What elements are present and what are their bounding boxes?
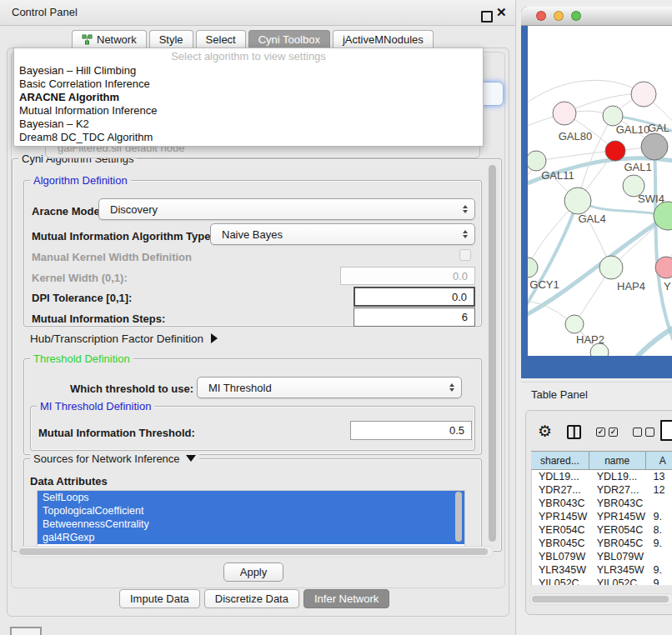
combo-arrows-icon — [463, 230, 468, 238]
gear-icon[interactable]: ⚙ — [538, 424, 552, 439]
settings-horizontal-scrollbar-track[interactable] — [17, 546, 494, 558]
algorithm-option-mutual-information-inference[interactable]: Mutual Information Inference — [14, 104, 483, 118]
manual-kernel-checkbox[interactable] — [459, 249, 471, 261]
attribute-item-betweennesscentrality[interactable]: BetweennessCentrality — [38, 518, 464, 531]
table-cell: YIL052C — [532, 578, 590, 585]
algorithm-option-bayesian-hill-climbing[interactable]: Bayesian – Hill Climbing — [14, 64, 483, 78]
network-node-gal1[interactable] — [605, 141, 625, 161]
node-label-gal: GAL — [648, 122, 669, 134]
network-node-gal4[interactable] — [564, 188, 591, 214]
tab-network[interactable]: Network — [72, 30, 147, 48]
column-header-name[interactable]: name — [589, 452, 646, 469]
bottom-tab-discretize-data[interactable]: Discretize Data — [204, 589, 299, 608]
table-row[interactable]: YBL079WYBL079W — [532, 550, 672, 563]
table-row[interactable]: YER054CYER054C8. — [532, 523, 672, 537]
attribute-item-selfloops[interactable]: SelfLoops — [38, 491, 464, 504]
control-panel-title: Control Panel — [12, 6, 78, 18]
network-canvas[interactable]: GALGAL80GAL10GAL1GAL11SWI4GAL4GCY1HAP4YH… — [528, 26, 672, 356]
attributes-list-scrollbar[interactable] — [455, 492, 462, 542]
split-columns-icon[interactable] — [567, 425, 581, 439]
mi-steps-input[interactable]: 6 — [354, 308, 475, 327]
network-node-hap2[interactable] — [565, 315, 584, 333]
aracne-mode-label: Aracne Mode: — [32, 205, 103, 218]
network-edge[interactable] — [528, 80, 644, 106]
table-row[interactable]: YLR345WYLR345W9. — [532, 563, 672, 577]
table-cell: YER054C — [590, 524, 647, 536]
sources-group-title[interactable]: Sources for Network Inference — [30, 452, 199, 465]
algorithm-combo-focus-fragment[interactable] — [482, 82, 504, 106]
network-node-hap4[interactable] — [599, 256, 623, 279]
algorithm-option-bayesian-k2[interactable]: Bayesian – K2 — [14, 118, 483, 131]
tab-jactivemnodules[interactable]: jActiveMNodules — [333, 30, 434, 48]
kernel-width-label: Kernel Width (0,1): — [32, 272, 128, 284]
hub-section-toggle[interactable]: Hub/Transcription Factor Definition — [30, 332, 218, 345]
algorithm-option-aracne-algorithm[interactable]: ARACNE Algorithm — [14, 91, 483, 104]
mi-threshold-input[interactable]: 0.5 — [350, 421, 472, 440]
which-threshold-label: Which threshold to use: — [70, 382, 193, 395]
mi-steps-label: Mutual Information Steps: — [32, 312, 165, 325]
network-node[interactable] — [641, 133, 668, 160]
node-table: shared...nameA YDL19...YDL19...13YDR27..… — [531, 451, 672, 585]
algorithm-option-basic-correlation-inference[interactable]: Basic Correlation Inference — [14, 78, 483, 91]
table-row[interactable]: YBR045CYBR045C9. — [532, 537, 672, 550]
select-none-icon[interactable] — [633, 428, 654, 437]
table-panel-title: Table Panel — [531, 388, 588, 401]
tab-cyni-toolbox[interactable]: Cyni Toolbox — [248, 30, 330, 48]
aracne-mode-combo[interactable]: Discovery — [98, 198, 475, 220]
tab-style[interactable]: Style — [149, 30, 193, 48]
table-cell: YLR345W — [590, 564, 647, 576]
zoom-traffic-light-icon[interactable] — [571, 11, 581, 21]
table-cell: YIL052C — [590, 578, 647, 585]
data-attributes-label: Data Attributes — [30, 475, 108, 488]
table-row[interactable]: YBR043CYBR043C — [532, 497, 672, 510]
table-row[interactable]: YPR145WYPR145W9. — [532, 510, 672, 523]
table-cell: YBR043C — [532, 498, 590, 509]
table-cell: YPR145W — [590, 511, 647, 522]
node-label-gal10: GAL10 — [616, 123, 649, 136]
table-cell: YBL079W — [590, 551, 647, 562]
network-edge[interactable] — [638, 324, 672, 356]
kernel-width-input[interactable]: 0.0 — [340, 267, 475, 285]
network-edge[interactable] — [654, 147, 672, 339]
bottom-tab-impute-data[interactable]: Impute Data — [119, 589, 200, 608]
settings-horizontal-scrollbar-thumb[interactable] — [19, 548, 488, 555]
table-cell: 8. — [647, 524, 672, 536]
combo-arrows-icon — [463, 205, 468, 213]
close-icon[interactable]: ✕ — [496, 5, 507, 20]
table-horizontal-scrollbar-track[interactable] — [529, 593, 672, 605]
table-row[interactable]: YIL052CYIL052C9. — [532, 577, 672, 585]
column-header-shared[interactable]: shared... — [531, 452, 589, 469]
select-all-icon[interactable]: ✓✓ — [596, 428, 618, 437]
node-label-gal1: GAL1 — [624, 161, 651, 173]
network-node-gal11[interactable] — [528, 151, 546, 171]
control-panel: Control Panel ✕ NetworkStyleSelectCyni T… — [0, 0, 516, 635]
network-graph[interactable]: GALGAL80GAL10GAL1GAL11SWI4GAL4GCY1HAP4YH… — [528, 26, 672, 356]
settings-vertical-scrollbar[interactable] — [489, 165, 496, 542]
attribute-item-gal4rgexp[interactable]: gal4RGexp — [38, 531, 464, 544]
apply-button[interactable]: Apply — [223, 562, 283, 582]
combo-arrows-icon — [449, 383, 454, 392]
table-cell: YLR345W — [532, 564, 590, 576]
network-edge[interactable] — [528, 201, 578, 311]
minimized-panel-icon[interactable] — [10, 627, 42, 635]
float-window-icon[interactable] — [481, 11, 493, 22]
tab-select[interactable]: Select — [196, 30, 246, 48]
network-node-gal80[interactable] — [553, 102, 576, 125]
minimize-traffic-light-icon[interactable] — [554, 11, 564, 21]
node-label-swi4: SWI4 — [638, 192, 664, 205]
dpi-tolerance-input[interactable]: 0.0 — [354, 287, 475, 307]
mi-threshold-group-title: MI Threshold Definition — [37, 400, 154, 412]
attribute-item-topologicalcoefficient[interactable]: TopologicalCoefficient — [38, 504, 464, 518]
table-row[interactable]: YDL19...YDL19...13 — [532, 470, 672, 483]
algorithm-option-dream8-dc-tdc-algorithm[interactable]: Dream8 DC_TDC Algorithm — [14, 131, 483, 144]
network-node-gcy1[interactable] — [528, 258, 538, 278]
network-node-gal[interactable] — [631, 82, 656, 107]
table-horizontal-scrollbar-thumb[interactable] — [532, 596, 669, 602]
close-traffic-light-icon[interactable] — [536, 11, 546, 21]
table-row[interactable]: YDR27...YDR27...12 — [532, 483, 672, 497]
column-header-a[interactable]: A — [646, 452, 672, 469]
page-icon[interactable] — [660, 420, 672, 441]
bottom-tab-infer-network[interactable]: Infer Network — [303, 589, 389, 608]
mi-algorithm-type-combo[interactable]: Naive Bayes — [210, 223, 475, 245]
which-threshold-combo[interactable]: MI Threshold — [197, 377, 462, 398]
